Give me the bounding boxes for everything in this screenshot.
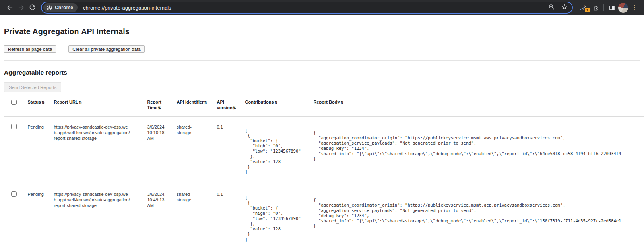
clear-all-button[interactable]: Clear all private aggregation data: [68, 45, 144, 53]
extension-dot: [580, 9, 581, 10]
sort-icon: ⇅: [204, 100, 207, 104]
report-body-cell: { "aggregation_coordinator_origin": "htt…: [314, 116, 644, 184]
table-row: Pending https://privacy-sandcastle-dev-d…: [4, 116, 644, 184]
api-identifier-cell: shared-storage: [177, 116, 217, 184]
row-select-cell: [4, 184, 28, 251]
report-url-cell: https://privacy-sandcastle-dev-dsp.web.a…: [54, 116, 147, 184]
section-heading: Aggregatable reports: [4, 69, 640, 76]
select-all-checkbox[interactable]: [11, 100, 17, 105]
header-status[interactable]: Status⇅: [28, 95, 54, 117]
bookmark-button[interactable]: [561, 3, 568, 12]
status-cell: Pending: [28, 116, 54, 184]
back-button[interactable]: [4, 2, 15, 13]
status-cell: Pending: [28, 184, 54, 251]
report-body-json: { "aggregation_coordinator_origin": "htt…: [314, 197, 638, 229]
forward-arrow-icon: [17, 4, 25, 12]
row-checkbox[interactable]: [11, 124, 17, 129]
table-row: Pending https://privacy-sandcastle-dev-d…: [4, 184, 644, 251]
row-checkbox[interactable]: [11, 191, 17, 197]
api-version-cell: 0.1: [217, 116, 245, 184]
header-api-version[interactable]: API version⇅: [217, 95, 245, 117]
page-actions: Refresh all page data Clear all private …: [4, 45, 640, 53]
browser-menu-button[interactable]: ⋮: [629, 2, 640, 13]
sort-icon: ⇅: [275, 100, 278, 104]
reports-table: Status⇅ Report URL⇅ Report Time⇅ API ide…: [4, 95, 644, 251]
profile-button[interactable]: [617, 2, 629, 13]
zoom-button[interactable]: [548, 4, 555, 12]
api-version-cell: 0.1: [217, 184, 245, 251]
reload-icon: [29, 4, 36, 11]
extension-badge: 1: [585, 8, 590, 12]
header-report-body[interactable]: Report Body⇅: [314, 95, 644, 117]
select-all-cell: [4, 95, 28, 117]
chrome-chip-label: Chrome: [55, 5, 73, 10]
contributions-cell: [ { "bucket": { "high": "0", "low": "123…: [245, 116, 314, 184]
header-report-url[interactable]: Report URL⇅: [54, 95, 147, 117]
report-url-cell: https://privacy-sandcastle-dev-dsp.web.a…: [54, 184, 147, 251]
browser-toolbar: Chrome chrome://private-aggregation-inte…: [0, 0, 644, 15]
page-title: Private Aggregation API Internals: [4, 27, 640, 36]
sort-icon: ⇅: [79, 100, 82, 104]
header-contributions[interactable]: Contributions⇅: [245, 95, 314, 117]
chrome-logo-icon: [46, 5, 52, 11]
profile-avatar: [618, 3, 628, 13]
header-report-time[interactable]: Report Time⇅: [147, 95, 177, 117]
page-content: Private Aggregation API Internals Refres…: [0, 27, 644, 251]
sort-icon: ⇅: [158, 106, 161, 110]
puzzle-icon: [592, 4, 599, 12]
toolbar-separator: [603, 4, 604, 11]
reload-button[interactable]: [27, 2, 38, 13]
back-arrow-icon: [6, 4, 14, 12]
zoom-magnifier-icon: [548, 4, 555, 10]
report-time-cell: 3/6/2024, 10:49:13 AM: [147, 184, 177, 251]
section-divider: [4, 60, 640, 61]
side-panel-icon: [608, 4, 616, 12]
reports-table-wrap: Status⇅ Report URL⇅ Report Time⇅ API ide…: [4, 95, 644, 251]
row-select-cell: [4, 116, 28, 184]
sort-icon: ⇅: [41, 100, 45, 104]
table-header-row: Status⇅ Report URL⇅ Report Time⇅ API ide…: [4, 95, 644, 117]
report-body-json: { "aggregation_coordinator_origin": "htt…: [314, 130, 638, 162]
extensions-button[interactable]: [590, 2, 601, 13]
refresh-all-button[interactable]: Refresh all page data: [4, 45, 56, 53]
chrome-page-chip[interactable]: Chrome: [43, 3, 78, 12]
report-time-cell: 3/6/2024, 10:10:18 AM: [147, 116, 177, 184]
report-body-cell: { "aggregation_coordinator_origin": "htt…: [314, 184, 644, 251]
header-api-identifier[interactable]: API identifier⇅: [177, 95, 217, 117]
send-selected-reports-button[interactable]: Send Selected Reports: [4, 82, 61, 92]
extension-scissors-button[interactable]: ✂ 1: [578, 2, 590, 13]
kebab-menu-icon: ⋮: [631, 4, 638, 11]
api-identifier-cell: shared-storage: [177, 184, 217, 251]
sort-icon: ⇅: [233, 106, 236, 110]
contributions-json: [ { "bucket": { "high": "0", "low": "123…: [245, 128, 307, 175]
contributions-json: [ { "bucket": { "high": "0", "low": "123…: [245, 195, 307, 242]
sort-icon: ⇅: [341, 100, 344, 104]
forward-button[interactable]: [15, 2, 27, 13]
url-text[interactable]: chrome://private-aggregation-internals: [83, 5, 548, 11]
omnibox[interactable]: Chrome chrome://private-aggregation-inte…: [41, 2, 573, 14]
side-panel-button[interactable]: [606, 2, 617, 13]
contributions-cell: [ { "bucket": { "high": "0", "low": "123…: [245, 184, 314, 251]
star-icon: [561, 3, 568, 10]
